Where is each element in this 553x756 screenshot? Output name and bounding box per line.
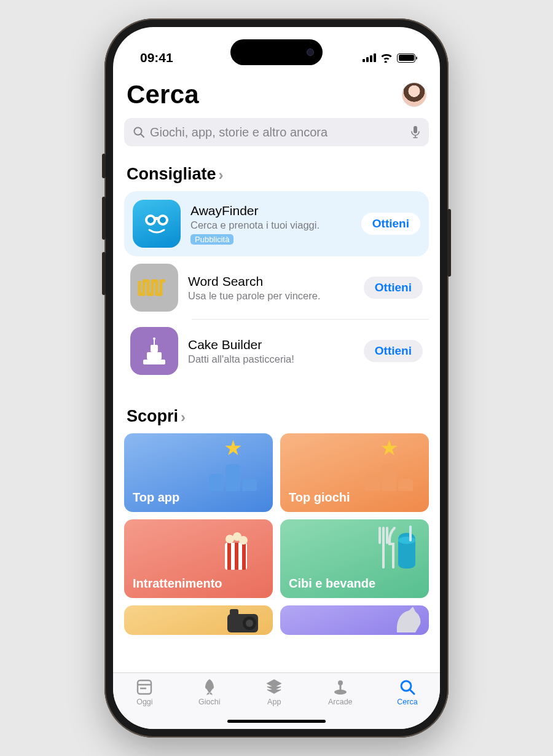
svg-rect-11 [154, 340, 155, 345]
discover-card-top-games[interactable]: ★ Top giochi [280, 433, 429, 512]
tab-apps[interactable]: App [265, 678, 283, 706]
svg-point-29 [338, 680, 343, 685]
svg-line-1 [141, 135, 144, 138]
svg-rect-15 [235, 543, 238, 570]
svg-rect-30 [339, 685, 341, 690]
card-label: Top giochi [289, 490, 350, 505]
tab-search[interactable]: Cerca [397, 678, 417, 706]
app-subtitle: Usa le tue parole per vincere. [188, 290, 354, 302]
app-icon-cakebuilder [130, 327, 178, 375]
chevron-right-icon: › [181, 410, 186, 425]
search-icon [133, 126, 145, 138]
home-indicator[interactable] [227, 720, 326, 723]
tab-label: App [267, 698, 281, 706]
tab-label: Cerca [397, 698, 417, 706]
page-title: Cerca [127, 80, 199, 109]
trophy-icon: ★ [359, 437, 420, 491]
tab-label: Oggi [136, 698, 152, 706]
tab-arcade[interactable]: Arcade [328, 678, 353, 706]
search-input[interactable]: Giochi, app, storie e altro ancora [124, 118, 429, 146]
svg-rect-21 [409, 526, 412, 541]
apps-icon [265, 678, 283, 696]
status-time: 09:41 [140, 50, 173, 65]
camera-icon [222, 607, 265, 634]
svg-point-19 [239, 536, 248, 545]
svg-rect-10 [151, 345, 158, 352]
horse-icon [386, 605, 423, 632]
popcorn-icon [211, 524, 267, 573]
tab-games[interactable]: Giochi [198, 678, 220, 706]
get-button[interactable]: Ottieni [364, 277, 423, 299]
app-subtitle: Datti all'alta pasticceria! [188, 353, 354, 365]
list-item[interactable]: AwayFinder Cerca e prenota i tuoi viaggi… [124, 191, 429, 256]
svg-rect-14 [227, 543, 231, 570]
tab-label: Giochi [198, 698, 220, 706]
avatar[interactable] [402, 82, 426, 107]
list-item[interactable]: Word Search Usa le tue parole per vincer… [124, 256, 429, 319]
ad-badge: Pubblicità [190, 234, 233, 245]
svg-point-24 [246, 620, 253, 627]
app-subtitle: Cerca e prenota i tuoi viaggi. [190, 219, 351, 231]
card-label: Top app [133, 490, 179, 505]
svg-point-12 [153, 337, 155, 340]
list-item[interactable]: Cake Builder Datti all'alta pasticceria!… [124, 320, 429, 382]
battery-icon [397, 53, 415, 63]
app-name: Word Search [188, 274, 354, 289]
trophy-icon: ★ [203, 437, 264, 491]
mic-icon[interactable] [410, 125, 420, 139]
svg-rect-2 [414, 126, 417, 133]
discover-card-peek[interactable] [280, 605, 429, 635]
food-icon [367, 524, 423, 573]
card-label: Intrattenimento [133, 577, 222, 591]
svg-point-17 [226, 535, 234, 543]
app-name: AwayFinder [190, 203, 351, 218]
section-title: Consigliate [127, 165, 216, 184]
discover-card-entertainment[interactable]: Intrattenimento [124, 519, 273, 598]
wifi-icon [380, 53, 393, 63]
svg-rect-25 [230, 609, 238, 615]
tab-bar: Oggi Giochi App Arcade Cerca [113, 672, 440, 729]
svg-line-33 [410, 690, 414, 694]
app-icon-wordsearch [130, 264, 178, 312]
cellular-icon [363, 53, 376, 62]
section-discover-header[interactable]: Scopri › [124, 407, 429, 426]
svg-rect-8 [143, 360, 165, 364]
svg-rect-16 [242, 543, 246, 570]
svg-point-6 [160, 217, 166, 223]
phone-frame: 09:41 Cerca Giochi, app, storie e altro … [104, 18, 449, 738]
discover-card-food[interactable]: Cibi e bevande [280, 519, 429, 598]
section-suggested-header[interactable]: Consigliate › [124, 165, 429, 184]
discover-card-peek[interactable] [124, 605, 273, 635]
discover-card-top-apps[interactable]: ★ Top app [124, 433, 273, 512]
get-button[interactable]: Ottieni [364, 340, 423, 362]
arcade-icon [331, 678, 350, 696]
tab-today[interactable]: Oggi [135, 678, 154, 706]
svg-point-0 [135, 128, 142, 135]
svg-point-20 [398, 537, 415, 544]
card-label: Cibi e bevande [289, 577, 375, 591]
get-button[interactable]: Ottieni [361, 213, 420, 235]
svg-rect-9 [147, 352, 162, 360]
svg-point-5 [147, 217, 154, 223]
svg-rect-7 [155, 217, 159, 220]
section-title: Scopri [127, 407, 178, 426]
rocket-icon [200, 678, 219, 696]
app-icon-awayfinder [133, 200, 181, 248]
svg-point-31 [334, 690, 347, 695]
today-icon [135, 678, 154, 696]
tab-label: Arcade [328, 698, 353, 706]
search-icon [398, 678, 417, 696]
chevron-right-icon: › [219, 168, 224, 183]
dynamic-island [230, 39, 323, 65]
svg-rect-26 [138, 680, 151, 694]
search-placeholder: Giochi, app, storie e altro ancora [150, 125, 406, 140]
app-name: Cake Builder [188, 337, 354, 352]
